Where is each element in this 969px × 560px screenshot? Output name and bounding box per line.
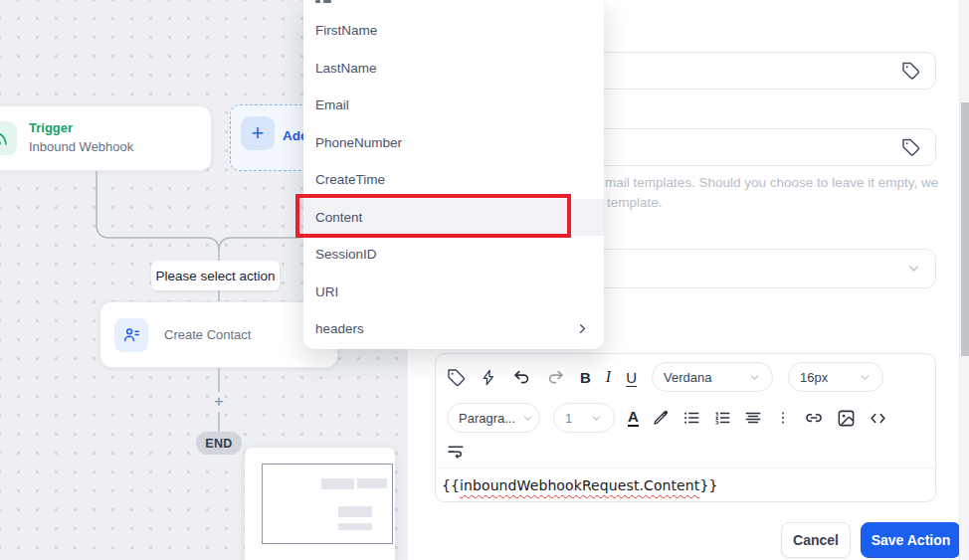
- editor-divider: [436, 467, 935, 468]
- font-size-select[interactable]: 16px: [788, 362, 883, 392]
- clipped-item-glyph: [315, 0, 331, 3]
- italic-button[interactable]: I: [606, 368, 611, 386]
- highlight-color-icon[interactable]: [652, 409, 670, 427]
- redo-icon[interactable]: [546, 368, 565, 387]
- placeholder-bar: [357, 478, 387, 488]
- editor-toolbar-row2: Paragra... 1 A: [436, 402, 935, 434]
- scrollbar-thumb[interactable]: [961, 102, 969, 356]
- helper-text-line1: mail templates. Should you choose to lea…: [605, 175, 938, 190]
- connector-plus-icon[interactable]: +: [210, 393, 228, 411]
- dynamic-content-icon[interactable]: [481, 369, 497, 386]
- dropdown-item-createtime[interactable]: CreateTime: [303, 161, 604, 199]
- rich-text-editor: B I U Verdana 16px Parag: [435, 353, 936, 502]
- dropdown-item-sessionid[interactable]: SessionID: [303, 236, 604, 274]
- save-action-button[interactable]: Save Action: [861, 522, 961, 558]
- dropdown-item-lastname[interactable]: LastName: [303, 50, 604, 88]
- undo-icon[interactable]: [512, 368, 531, 387]
- line-height-select[interactable]: 1: [553, 403, 615, 433]
- trigger-node-title: Trigger: [29, 119, 133, 138]
- merge-tag-variable: inboundWebhookRequest.Content: [460, 477, 699, 493]
- chevron-down-icon: [859, 371, 872, 384]
- chevron-down-icon: [906, 262, 921, 277]
- tag-icon[interactable]: [901, 138, 920, 157]
- chevron-down-icon: [521, 412, 534, 425]
- chevron-right-icon: [575, 321, 590, 336]
- font-size-value: 16px: [800, 370, 828, 385]
- align-icon[interactable]: [744, 409, 762, 427]
- editor-content[interactable]: {{inboundWebhookRequest.Content}}: [442, 477, 717, 493]
- merge-tag-dropdown: FirstName LastName Email PhoneNumber Cre…: [303, 0, 604, 349]
- dropdown-item-email[interactable]: Email: [303, 87, 604, 124]
- ordered-list-icon[interactable]: [713, 409, 731, 427]
- bullet-list-icon[interactable]: [682, 409, 700, 427]
- canvas-preview-card[interactable]: [245, 448, 395, 560]
- editor-toolbar-row3: [436, 438, 935, 464]
- line-height-value: 1: [565, 411, 572, 426]
- webhook-signal-icon: [0, 121, 17, 155]
- code-icon[interactable]: [869, 409, 887, 428]
- more-options-icon[interactable]: [775, 410, 791, 426]
- font-color-button[interactable]: A: [628, 409, 639, 427]
- end-badge: END: [196, 432, 242, 455]
- image-icon[interactable]: [837, 409, 856, 428]
- merge-tag-close: }}: [699, 477, 717, 493]
- helper-text-line2: template.: [607, 195, 663, 210]
- tag-icon[interactable]: [901, 62, 920, 81]
- dropdown-item-content[interactable]: Content: [303, 199, 604, 237]
- cancel-button[interactable]: Cancel: [781, 522, 851, 558]
- trigger-node-subtitle: Inbound Webhook: [29, 138, 133, 157]
- paragraph-value: Paragra...: [459, 411, 515, 426]
- dropdown-item-firstname[interactable]: FirstName: [303, 12, 604, 50]
- create-contact-node[interactable]: Create Contact: [99, 301, 338, 368]
- contact-person-icon: [114, 318, 148, 352]
- plus-icon: +: [241, 116, 275, 150]
- dropdown-item-phonenumber[interactable]: PhoneNumber: [303, 124, 604, 162]
- create-contact-label: Create Contact: [164, 327, 251, 342]
- placeholder-bar: [338, 523, 372, 530]
- trigger-node[interactable]: Trigger Inbound Webhook: [0, 105, 212, 171]
- footer-actions: Cancel Save Action: [781, 522, 961, 558]
- font-family-select[interactable]: Verdana: [652, 362, 773, 392]
- preview-frame: [262, 464, 393, 544]
- font-family-value: Verdana: [664, 370, 711, 385]
- dropdown-item-headers[interactable]: headers: [303, 310, 604, 348]
- workflow-builder-app: Trigger Inbound Webhook + Add Please sel…: [0, 0, 969, 560]
- chevron-down-icon: [590, 412, 603, 425]
- editor-toolbar-row1: B I U Verdana 16px: [436, 361, 935, 393]
- bold-button[interactable]: B: [580, 369, 591, 386]
- underline-button[interactable]: U: [626, 369, 637, 386]
- link-icon[interactable]: [804, 408, 824, 428]
- select-action-label: Please select action: [151, 261, 280, 290]
- paragraph-select[interactable]: Paragra...: [447, 403, 540, 433]
- chevron-down-icon: [748, 371, 761, 384]
- placeholder-bar: [321, 478, 354, 489]
- merge-tag-icon[interactable]: [447, 368, 466, 387]
- text-wrap-icon[interactable]: [447, 442, 465, 460]
- merge-tag-open: {{: [442, 477, 460, 493]
- dropdown-item-uri[interactable]: URI: [303, 274, 604, 311]
- placeholder-bar: [338, 506, 372, 517]
- scrollbar-track[interactable]: [959, 0, 969, 560]
